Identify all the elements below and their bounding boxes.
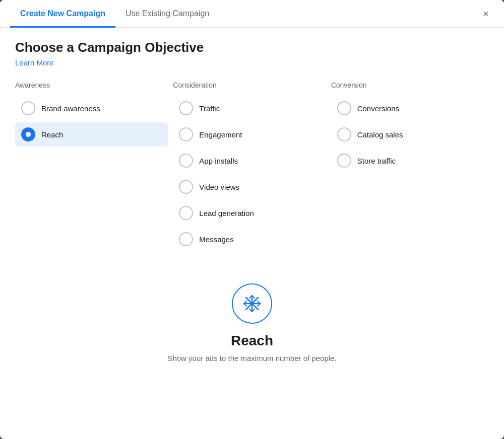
radio-conversions <box>337 101 351 115</box>
option-label-conversions: Conversions <box>357 104 399 113</box>
option-app-installs[interactable]: App installs <box>173 149 326 173</box>
option-brand-awareness[interactable]: Brand awareness <box>15 96 168 120</box>
radio-video-views <box>179 180 193 194</box>
snowflake-svg <box>241 292 263 315</box>
option-conversions[interactable]: Conversions <box>331 96 484 120</box>
reach-icon <box>232 283 272 324</box>
option-label-messages: Messages <box>199 235 233 244</box>
learn-more-link[interactable]: Learn More <box>15 58 54 67</box>
option-label-video-views: Video views <box>199 183 239 191</box>
option-store-traffic[interactable]: Store traffic <box>331 149 484 173</box>
awareness-column: Awareness Brand awareness Reach <box>15 81 173 253</box>
option-reach[interactable]: Reach <box>15 122 168 147</box>
tab-use-existing[interactable]: Use Existing Campaign <box>115 0 219 28</box>
conversion-header: Conversion <box>331 81 484 89</box>
consideration-column: Consideration Traffic Engagement App ins… <box>173 81 331 253</box>
main-content: Choose a Campaign Objective Learn More A… <box>0 28 504 439</box>
option-label-engagement: Engagement <box>199 130 242 139</box>
option-catalog-sales[interactable]: Catalog sales <box>331 122 484 147</box>
option-lead-generation[interactable]: Lead generation <box>173 201 326 225</box>
page-title: Choose a Campaign Objective <box>15 40 489 55</box>
awareness-header: Awareness <box>15 81 168 89</box>
option-video-views[interactable]: Video views <box>173 175 326 199</box>
radio-catalog-sales <box>337 127 351 141</box>
preview-title: Reach <box>231 333 273 349</box>
option-label-store-traffic: Store traffic <box>357 157 396 165</box>
tab-bar: Create New Campaign Use Existing Campaig… <box>0 0 504 28</box>
option-engagement[interactable]: Engagement <box>173 122 326 147</box>
option-label-catalog-sales: Catalog sales <box>357 130 403 139</box>
radio-traffic <box>179 101 193 115</box>
option-label-lead-generation: Lead generation <box>199 209 254 217</box>
option-label-brand-awareness: Brand awareness <box>41 104 100 113</box>
option-messages[interactable]: Messages <box>173 227 326 251</box>
preview-description: Show your ads to the maximum number of p… <box>167 354 336 362</box>
option-traffic[interactable]: Traffic <box>173 96 326 120</box>
option-label-reach: Reach <box>41 130 63 139</box>
objectives-grid: Awareness Brand awareness Reach Consider… <box>15 81 489 253</box>
option-label-traffic: Traffic <box>199 104 220 113</box>
radio-store-traffic <box>337 154 351 168</box>
radio-reach-inner <box>26 132 31 137</box>
radio-reach <box>21 127 35 141</box>
option-label-app-installs: App installs <box>199 157 238 165</box>
campaign-modal: Create New Campaign Use Existing Campaig… <box>0 0 504 439</box>
radio-messages <box>179 232 193 246</box>
radio-engagement <box>179 127 193 141</box>
radio-lead-generation <box>179 206 193 220</box>
conversion-column: Conversion Conversions Catalog sales Sto… <box>331 81 489 253</box>
tab-create-new[interactable]: Create New Campaign <box>10 0 115 28</box>
radio-brand-awareness <box>21 101 35 115</box>
preview-section: Reach Show your ads to the maximum numbe… <box>15 273 489 378</box>
consideration-header: Consideration <box>173 81 326 89</box>
radio-app-installs <box>179 154 193 168</box>
close-button[interactable]: × <box>478 6 494 22</box>
